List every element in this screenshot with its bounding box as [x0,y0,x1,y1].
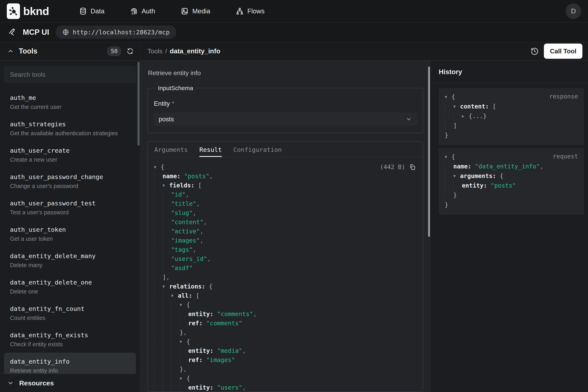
mcp-endpoint-pill[interactable]: http://localhost:28623/mcp [55,26,176,39]
required-mark: * [172,100,174,107]
json-token: content: [460,102,489,111]
nav-item-label: Media [192,8,210,15]
collapse-arrow-icon[interactable]: ▼ [163,282,169,291]
json-token: , [207,254,211,264]
json-row: entity: "posts" [445,181,579,190]
tool-name: data_entity_fn_count [10,304,130,313]
sidebar-scrollbar[interactable] [138,62,140,146]
json-token: "posts" [487,181,516,190]
tool-list-item-data_entity_delete_many[interactable]: data_entity_delete_manyDelete many [4,247,136,274]
json-row: name: "posts", [154,172,415,181]
tool-name: auth_me [10,93,130,102]
tool-list-item-auth_user_token[interactable]: auth_user_tokenGet a user token [4,221,136,247]
tool-name: data_entity_delete_many [10,252,130,260]
json-row: ▼{ [154,162,415,172]
json-row: name: "data_entity_info", [445,162,579,171]
json-row: "images", [154,236,415,245]
tool-list-item-data_entity_fn_count[interactable]: data_entity_fn_countCount entities [4,300,136,326]
chevron-down-icon[interactable] [7,380,14,386]
tools-section-header[interactable]: Tools 50 [0,42,140,60]
json-token: "active" [171,227,200,236]
collapse-arrow-icon[interactable]: ▼ [154,162,161,172]
collapse-arrow-icon[interactable]: ▼ [445,92,451,102]
call-tool-button[interactable]: Call Tool [544,44,583,59]
json-token: , [200,236,203,245]
indent-guide [163,254,171,264]
indent-guide [154,273,163,282]
json-row: ] [445,121,579,130]
mcp-bar: MCP UI http://localhost:28623/mcp [0,22,588,42]
search-input[interactable] [10,71,130,78]
indent-guide [445,162,453,171]
chevron-up-icon[interactable] [7,48,14,54]
json-token: , [183,328,187,337]
indent-guide [445,121,453,130]
tool-desc: Count entities [10,314,130,322]
indent-guide [163,337,171,346]
collapse-arrow-icon[interactable]: ▼ [453,171,460,181]
indent-guide [180,383,188,392]
collapse-arrow-icon[interactable]: ▼ [180,337,187,346]
json-row: "slug", [154,208,415,218]
collapse-arrow-icon[interactable]: ▼ [171,291,178,300]
json-row: ▼relations: { [154,282,415,291]
tool-list-item-data_entity_fn_exists[interactable]: data_entity_fn_existsCheck if entity exi… [4,326,136,353]
user-avatar[interactable]: D [566,4,581,19]
nav-item-auth[interactable]: Auth [130,7,155,15]
nav-item-label: Data [91,8,105,15]
tool-list-item-auth_user_password_test[interactable]: auth_user_password_testTest a user's pas… [4,194,136,221]
result-card: ArgumentsResultConfiguration (442 B) [148,141,423,392]
tools-search-box[interactable] [4,66,136,83]
tool-list-item-auth_user_create[interactable]: auth_user_createCreate a new user [4,142,136,168]
indent-guide [163,374,171,383]
nav-item-media[interactable]: Media [181,7,210,15]
tools-scroll-area: auth_meGet the current userauth_strategi… [0,60,140,374]
nav-item-flows[interactable]: Flows [236,7,264,15]
json-token: entity: [188,383,213,392]
history-icon[interactable] [530,46,539,56]
tool-list-item-data_entity_delete_one[interactable]: data_entity_delete_oneDelete one [4,274,136,300]
collapse-arrow-icon[interactable]: ▼ [163,181,169,190]
tool-desc: Test a user's password [10,208,130,216]
entity-select[interactable]: posts [153,112,417,126]
collapse-arrow-icon[interactable]: ▼ [445,152,451,162]
json-token: "tags" [171,245,193,254]
collapse-arrow-icon[interactable]: ▼ [180,374,187,383]
tool-list-item-auth_user_password_change[interactable]: auth_user_password_changeChange a user's… [4,168,136,194]
tool-list-item-auth_strategies[interactable]: auth_strategiesGet the available authent… [4,115,136,142]
collapse-arrow-icon[interactable]: ▼ [453,102,460,111]
tab-configuration[interactable]: Configuration [233,142,282,157]
tab-arguments[interactable]: Arguments [154,142,188,157]
indent-guide [163,356,171,365]
json-token: {...} [469,111,487,121]
main-scrollbar[interactable] [428,66,430,237]
indent-guide [453,111,462,121]
tool-name: auth_user_create [10,146,130,155]
tool-list-item-data_entity_info[interactable]: data_entity_infoRetrieve entity info [4,353,136,374]
breadcrumb-section[interactable]: Tools [148,48,163,55]
indent-guide [171,310,180,319]
history-header: History [431,60,588,83]
json-token: "images" [171,236,200,245]
history-entry-response[interactable]: response▼{▼content: [▶{...}]} [439,88,584,145]
tools-header-label: Tools [19,47,37,55]
copy-icon[interactable] [409,164,416,170]
indent-guide [453,181,462,190]
indent-guide [445,102,453,111]
json-token: , [200,227,203,236]
json-token: entity: [188,310,213,319]
refresh-icon[interactable] [126,47,134,55]
history-title: History [439,68,462,76]
history-entry-request[interactable]: request▼{name: "data_entity_info",▼argum… [439,148,584,215]
tool-list-item-auth_me[interactable]: auth_meGet the current user [4,89,136,115]
brand-logo[interactable]: bknd [7,4,49,19]
collapse-arrow-icon[interactable]: ▼ [180,300,187,310]
nav-item-data[interactable]: Data [79,7,105,15]
resources-section-header[interactable]: Resources [0,374,140,392]
json-token: arguments: [460,171,496,181]
bknd-logo-icon [7,4,20,19]
expand-arrow-icon[interactable]: ▶ [462,111,469,121]
json-token: { [496,171,503,181]
tab-result[interactable]: Result [199,142,222,157]
tool-desc: Check if entity exists [10,340,130,348]
